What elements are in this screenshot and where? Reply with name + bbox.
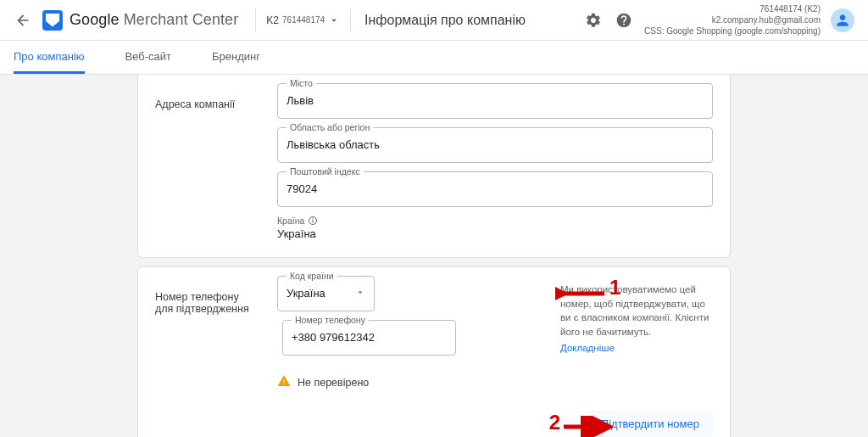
chevron-down-icon [328, 14, 340, 26]
city-label: Місто [287, 78, 316, 88]
phone-status-text: Не перевірено [298, 377, 369, 389]
phone-aside: Ми використовуватимемо цей номер, щоб пі… [560, 276, 713, 390]
account-switcher-id: 761448174 [282, 15, 325, 25]
confirm-phone-button[interactable]: Підтвердити номер [587, 411, 713, 437]
phone-learn-more-link[interactable]: Докладніше [560, 341, 713, 356]
phone-country-label: Код країни [287, 271, 337, 281]
tabbar: Про компанію Веб-сайт Брендинг [0, 41, 868, 75]
page-title: Інформація про компанію [364, 13, 526, 28]
postal-field[interactable]: Поштовий індекс 79024 [277, 171, 713, 207]
header-account-css: CSS: Google Shopping (google.com/shoppin… [644, 25, 821, 36]
region-field[interactable]: Область або регіон Львівська область [277, 127, 713, 163]
header-account-email: k2.company.hub@gmail.com [644, 14, 821, 25]
phone-section-label: Номер телефону для підтвердження [155, 276, 257, 390]
country-label: Країна [277, 216, 304, 226]
back-arrow-icon[interactable] [14, 11, 32, 30]
phone-aside-text: Ми використовуватимемо цей номер, щоб пі… [560, 284, 709, 337]
phone-status-row: Не перевірено [277, 374, 540, 390]
tab-branding[interactable]: Брендинг [212, 41, 260, 74]
product-name-google: Google [70, 11, 120, 28]
city-value: Львів [278, 84, 712, 107]
address-section-label: Адреса компанії [155, 83, 257, 240]
warning-icon [277, 374, 291, 390]
phone-number-field[interactable]: Номер телефону +380 979612342 [282, 320, 456, 356]
address-card: Адреса компанії Місто Львів Область або … [137, 75, 731, 258]
header-account-info: 761448174 (K2) k2.company.hub@gmail.com … [644, 3, 821, 36]
region-label: Область або регіон [287, 122, 373, 132]
phone-card: Номер телефону для підтвердження Код кра… [137, 266, 731, 437]
account-switcher[interactable]: K2 761448174 [255, 8, 351, 32]
postal-label: Поштовий індекс [287, 166, 364, 176]
chevron-down-icon [355, 288, 365, 300]
product-name-rest: Merchant Center [120, 11, 239, 28]
merchant-center-logo-icon [42, 10, 63, 31]
phone-number-label: Номер телефону [292, 315, 369, 325]
help-icon[interactable] [612, 8, 636, 32]
country-value: Україна [277, 227, 713, 240]
svg-rect-1 [313, 220, 314, 223]
header-account-id-line: 761448174 (K2) [644, 3, 821, 14]
header: Google Merchant Center K2 761448174 Інфо… [0, 0, 868, 41]
settings-icon[interactable] [581, 8, 605, 32]
country-label-row: Країна [277, 216, 713, 226]
main-content: Адреса компанії Місто Львів Область або … [0, 75, 868, 437]
svg-rect-2 [313, 218, 314, 219]
product-name: Google Merchant Center [70, 11, 238, 29]
phone-country-field[interactable]: Код країни Україна [277, 276, 375, 311]
annotation-label-2: 2 [549, 411, 560, 434]
city-field[interactable]: Місто Львів [277, 83, 713, 119]
tab-about[interactable]: Про компанію [14, 41, 85, 74]
tab-website[interactable]: Веб-сайт [125, 41, 171, 74]
avatar[interactable] [831, 8, 854, 32]
account-switcher-name: K2 [266, 14, 279, 26]
info-icon[interactable] [308, 216, 318, 226]
